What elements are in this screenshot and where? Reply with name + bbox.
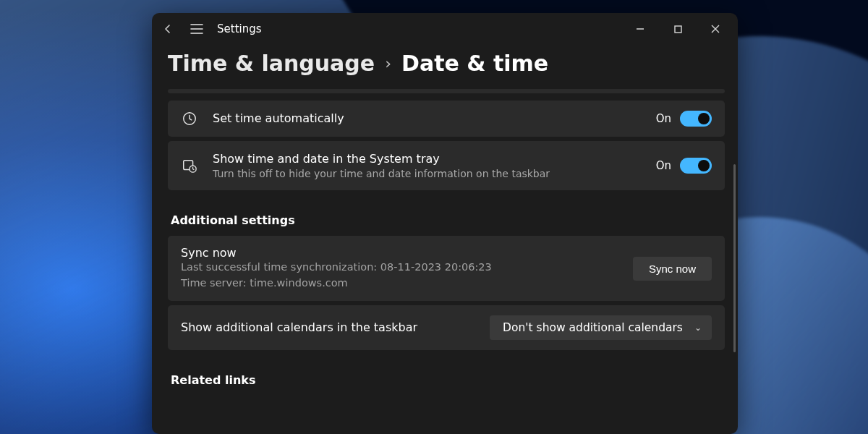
window-title: Settings — [217, 22, 262, 35]
content-area: Time & language › Date & time Set time a… — [152, 45, 738, 434]
breadcrumb-parent[interactable]: Time & language — [168, 51, 375, 76]
sync-now-panel: Sync now Last successful time synchroniz… — [168, 236, 725, 300]
sync-now-button[interactable]: Sync now — [633, 257, 712, 281]
section-related-links: Related links — [171, 373, 725, 387]
minimize-button[interactable] — [624, 17, 657, 41]
additional-calendars-dropdown[interactable]: Don't show additional calendars ⌄ — [490, 315, 712, 340]
sync-last-time: Last successful time synchronization: 08… — [181, 260, 620, 275]
sync-title: Sync now — [181, 246, 620, 260]
dropdown-selected: Don't show additional calendars — [503, 321, 683, 334]
setting-set-time-automatically: Set time automatically On — [168, 101, 725, 137]
setting-show-time-system-tray: Show time and date in the System tray Tu… — [168, 141, 725, 190]
toggle-set-time-automatically[interactable] — [680, 111, 712, 127]
toggle-state-label: On — [656, 112, 671, 125]
scrollbar-thumb[interactable] — [733, 164, 736, 352]
back-button[interactable] — [159, 20, 176, 38]
breadcrumb-current: Date & time — [401, 51, 548, 76]
chevron-down-icon: ⌄ — [694, 323, 702, 333]
breadcrumb: Time & language › Date & time — [168, 45, 725, 89]
close-button[interactable] — [699, 17, 732, 41]
toggle-state-label: On — [656, 159, 671, 172]
maximize-button[interactable] — [661, 17, 694, 41]
previous-row-edge — [168, 89, 725, 93]
svg-rect-0 — [675, 26, 681, 33]
calendars-title: Show additional calendars in the taskbar — [181, 320, 477, 334]
additional-calendars-row: Show additional calendars in the taskbar… — [168, 305, 725, 350]
setting-title: Show time and date in the System tray — [213, 151, 643, 167]
hamburger-menu-icon[interactable] — [188, 20, 205, 38]
sync-server: Time server: time.windows.com — [181, 276, 620, 291]
clock-icon — [179, 111, 200, 127]
calendar-clock-icon — [179, 158, 200, 174]
chevron-right-icon: › — [385, 54, 391, 72]
toggle-show-time-system-tray[interactable] — [680, 158, 712, 174]
setting-description: Turn this off to hide your time and date… — [213, 167, 643, 181]
setting-title: Set time automatically — [213, 111, 643, 127]
settings-window: Settings Time & language › Date & time — [152, 13, 738, 434]
titlebar: Settings — [152, 13, 738, 45]
section-additional-settings: Additional settings — [171, 213, 725, 227]
